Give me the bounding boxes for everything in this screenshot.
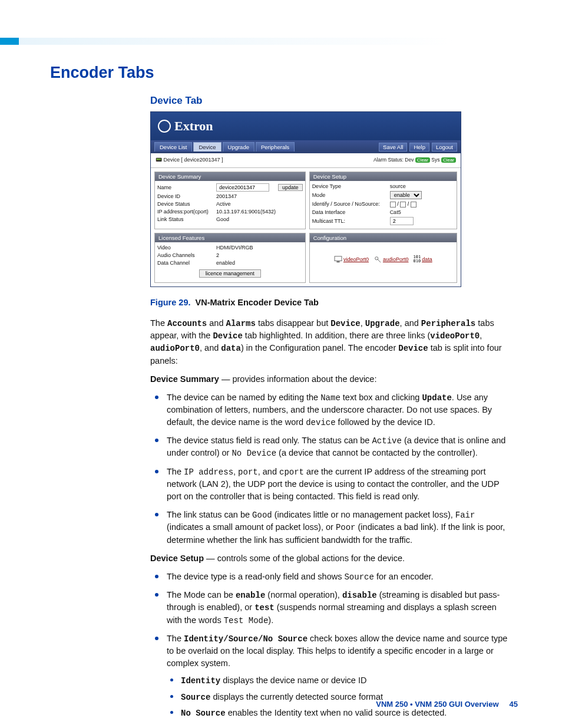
value-audio-channels: 2 [216, 252, 303, 258]
save-all-button[interactable]: Save All [379, 143, 407, 151]
tab-upgrade[interactable]: Upgrade [223, 142, 254, 151]
value-device-status: Active [216, 201, 276, 207]
ttl-input[interactable]: 2 [390, 217, 414, 225]
label-identify-source: Identify / Source / NoSource: [312, 201, 388, 207]
licence-management-button[interactable]: licence management [199, 269, 261, 278]
value-link-status: Good [216, 216, 276, 222]
value-device-type: source [390, 183, 454, 189]
svg-rect-0 [335, 256, 342, 261]
tab-device[interactable]: Device [193, 142, 221, 151]
label-device-type: Device Type [312, 183, 388, 189]
name-input[interactable]: device2001347 [216, 183, 269, 192]
alarm-status: Alarm Status: Dev Clear Sys Clear [373, 157, 456, 163]
list-item: The Mode can be enable (normal operation… [150, 589, 510, 627]
microphone-icon [373, 256, 382, 263]
logo-icon [158, 120, 171, 133]
svg-line-3 [378, 259, 381, 262]
panel-head-summary: Device Summary [155, 172, 305, 181]
tab-device-list[interactable]: Device List [154, 142, 192, 151]
sys-clear-badge[interactable]: Clear [441, 157, 456, 163]
device-setup-intro: Device Setup — controls some of the glob… [150, 552, 510, 565]
list-item: The IP address, port, and cport are the … [150, 466, 510, 503]
device-summary-list: The device can be named by editing the N… [150, 391, 510, 546]
value-video: HDMI/DVI/RGB [216, 245, 303, 251]
mode-select[interactable]: enable [390, 191, 422, 199]
link-videoport0[interactable]: videoPort0 [343, 256, 369, 262]
panel-head-config: Configuration [310, 233, 457, 242]
list-item: The device can be named by editing the N… [150, 391, 510, 429]
label-link-status: Link Status [157, 216, 214, 222]
binary-icon: 101 010 [414, 255, 421, 263]
screenshot-panel: Extron Device List Device Upgrade Periph… [150, 111, 461, 287]
panel-grid: Device Summary Name device2001347 update… [151, 168, 461, 286]
link-data[interactable]: data [422, 256, 432, 262]
identity-sublist: Identity displays the device name or dev… [167, 674, 510, 719]
list-item: The link status can be Good (indicates l… [150, 509, 510, 546]
label-name: Name [157, 185, 214, 190]
brand-text: Extron [174, 118, 213, 134]
value-ip: 10.13.197.61:9001(5432) [216, 209, 276, 215]
label-audio-channels: Audio Channels [157, 252, 214, 258]
accent-stripe [0, 38, 19, 45]
link-audioport0[interactable]: audioPort0 [383, 256, 409, 262]
label-ip: IP address:port(cport) [157, 209, 214, 215]
page-content: Encoder Tabs Device Tab Extron Device Li… [50, 64, 518, 710]
logout-button[interactable]: Logout [432, 143, 457, 151]
body-text: Figure 29. VN-Matrix Encoder Device Tab … [150, 297, 510, 720]
nosource-checkbox[interactable] [411, 202, 416, 207]
identify-checkbox[interactable] [390, 202, 396, 207]
brand-logo: Extron [158, 118, 213, 134]
licensed-features-panel: Licensed Features Video HDMI/DVI/RGB Aud… [154, 233, 306, 283]
device-summary-intro: Device Summary — provides information ab… [150, 373, 510, 386]
monitor-icon [334, 256, 342, 263]
brand-bar: Extron [151, 112, 461, 140]
label-data-channel: Data Channel [157, 260, 214, 266]
list-item: The device type is a read-only field and… [150, 571, 510, 583]
label-mode: Mode [312, 192, 388, 198]
list-item: Identity displays the device name or dev… [167, 674, 510, 687]
help-button[interactable]: Help [409, 143, 429, 151]
device-setup-list: The device type is a read-only field and… [150, 571, 510, 719]
dev-clear-badge[interactable]: Clear [415, 157, 430, 163]
section-heading: Encoder Tabs [50, 64, 518, 82]
label-device-status: Device Status [157, 201, 214, 207]
device-setup-panel: Device Setup Device Type source Mode ena… [309, 172, 457, 229]
panel-head-licensed: Licensed Features [155, 233, 305, 242]
breadcrumb: 📟 Device [ device2001347 ] [156, 157, 223, 163]
figure-caption: Figure 29. VN-Matrix Encoder Device Tab [150, 297, 510, 309]
svg-rect-1 [336, 261, 339, 262]
panel-head-setup: Device Setup [310, 172, 457, 181]
label-multicast-ttl: Multicast TTL: [312, 218, 388, 224]
breadcrumb-bar: 📟 Device [ device2001347 ] Alarm Status:… [151, 153, 461, 168]
tabs-row: Device List Device Upgrade Peripherals S… [151, 140, 461, 153]
page-footer: VNM 250 • VNM 250 GUI Overview45 [50, 699, 518, 710]
tab-peripherals[interactable]: Peripherals [256, 142, 295, 151]
header-gradient [19, 38, 562, 45]
label-device-id: Device ID [157, 193, 214, 199]
label-data-interface: Data Interface [312, 209, 388, 215]
value-data-channel: enabled [216, 260, 303, 266]
device-summary-panel: Device Summary Name device2001347 update… [154, 172, 306, 229]
list-item: The device status field is read only. Th… [150, 434, 510, 460]
configuration-panel: Configuration videoPort0 audioPort0 101 … [309, 233, 457, 283]
source-checkbox[interactable] [400, 202, 406, 207]
update-button[interactable]: update [278, 184, 303, 191]
value-data-interface: Cat5 [390, 209, 454, 215]
value-device-id: 2001347 [216, 193, 276, 199]
label-video: Video [157, 245, 214, 251]
intro-paragraph: The Accounts and Alarms tabs disappear b… [150, 317, 510, 367]
subsection-heading: Device Tab [150, 95, 518, 107]
